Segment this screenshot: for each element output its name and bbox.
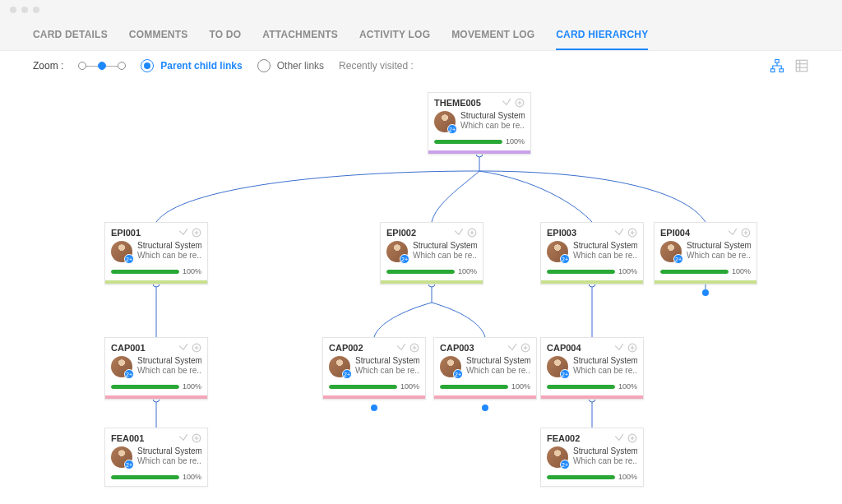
card-cap002[interactable]: CAP002 2+Structural SystemWhich can be r… bbox=[322, 337, 426, 400]
avatar: 2+ bbox=[111, 356, 132, 377]
add-child-icon[interactable] bbox=[192, 228, 201, 238]
progress-pct: 100% bbox=[506, 137, 525, 146]
zoom-step-3[interactable] bbox=[118, 62, 126, 70]
avatar-badge: 2+ bbox=[124, 254, 134, 264]
tree-view-icon[interactable] bbox=[770, 58, 784, 73]
card-id: THEME005 bbox=[434, 98, 481, 108]
add-child-icon[interactable] bbox=[627, 228, 637, 238]
card-text: Structural SystemWhich can be re... bbox=[137, 446, 201, 468]
progress-bar bbox=[386, 270, 455, 274]
card-action-icon[interactable] bbox=[178, 343, 188, 353]
progress-pct: 100% bbox=[732, 267, 751, 275]
card-accent bbox=[323, 395, 425, 399]
zoom-slider[interactable] bbox=[78, 62, 126, 70]
tab-card-details[interactable]: CARD DETAILS bbox=[33, 20, 108, 50]
card-text: Structural SystemWhich can be re... bbox=[137, 356, 201, 377]
progress-pct: 100% bbox=[618, 473, 637, 481]
tab-comments[interactable]: COMMENTS bbox=[129, 20, 188, 50]
tab-todo[interactable]: TO DO bbox=[209, 20, 241, 50]
progress-pct: 100% bbox=[183, 267, 201, 275]
hierarchy-canvas[interactable]: THEME005 2+ Structural System Which can … bbox=[0, 81, 842, 504]
toggle-parent-child-links[interactable]: Parent child links bbox=[141, 59, 242, 72]
card-id: CAP003 bbox=[440, 343, 474, 353]
window-dot bbox=[21, 7, 28, 13]
progress-bar bbox=[547, 270, 615, 274]
avatar: 2+ bbox=[547, 356, 568, 377]
progress-pct: 100% bbox=[618, 267, 637, 275]
avatar: 2+ bbox=[111, 446, 132, 468]
progress-bar bbox=[440, 385, 508, 389]
card-action-icon[interactable] bbox=[507, 343, 517, 353]
add-child-icon[interactable] bbox=[515, 98, 525, 108]
card-fea001[interactable]: FEA001 2+Structural SystemWhich can be r… bbox=[104, 428, 208, 487]
card-text: Structural SystemWhich can be re... bbox=[413, 241, 477, 262]
card-id: EPI004 bbox=[660, 228, 690, 238]
card-id: CAP004 bbox=[547, 343, 581, 353]
card-accent bbox=[434, 395, 536, 399]
leaf-indicator bbox=[702, 289, 709, 296]
card-id: FEA001 bbox=[111, 433, 144, 443]
card-action-icon[interactable] bbox=[614, 228, 624, 238]
add-child-icon[interactable] bbox=[520, 343, 530, 353]
card-epi003[interactable]: EPI003 2+Structural SystemWhich can be r… bbox=[540, 222, 644, 284]
avatar: 2+ bbox=[547, 446, 568, 468]
card-id: CAP001 bbox=[111, 343, 146, 353]
card-accent bbox=[105, 280, 207, 284]
card-action-icon[interactable] bbox=[614, 433, 624, 443]
tab-attachments[interactable]: ATTACHMENTS bbox=[262, 20, 338, 50]
card-epi002[interactable]: EPI002 2+Structural SystemWhich can be r… bbox=[380, 222, 483, 284]
add-child-icon[interactable] bbox=[627, 433, 637, 443]
zoom-step-2[interactable] bbox=[98, 62, 106, 70]
tab-bar: CARD DETAILS COMMENTS TO DO ATTACHMENTS … bbox=[0, 20, 842, 51]
card-theme005[interactable]: THEME005 2+ Structural System Which can … bbox=[428, 92, 531, 155]
avatar-badge: 2+ bbox=[124, 460, 134, 469]
svg-rect-3 bbox=[796, 60, 807, 72]
card-action-icon[interactable] bbox=[396, 343, 406, 353]
progress-bar bbox=[547, 385, 615, 389]
card-accent bbox=[428, 150, 530, 154]
add-child-icon[interactable] bbox=[467, 228, 477, 238]
card-id: FEA002 bbox=[547, 433, 580, 443]
card-text: Structural SystemWhich can be re... bbox=[573, 241, 637, 262]
card-action-icon[interactable] bbox=[728, 228, 738, 238]
tab-card-hierarchy[interactable]: CARD HIERARCHY bbox=[556, 20, 648, 50]
avatar-badge: 2+ bbox=[560, 460, 570, 469]
avatar: 2+ bbox=[434, 111, 456, 132]
leaf-indicator bbox=[482, 405, 488, 411]
progress-pct: 100% bbox=[511, 382, 530, 391]
card-action-icon[interactable] bbox=[178, 228, 188, 238]
svg-rect-1 bbox=[771, 69, 775, 72]
card-cap004[interactable]: CAP004 2+Structural SystemWhich can be r… bbox=[540, 337, 644, 400]
zoom-step-1[interactable] bbox=[78, 62, 86, 70]
tab-movement-log[interactable]: MOVEMENT LOG bbox=[451, 20, 534, 50]
card-text: Structural SystemWhich can be re... bbox=[573, 446, 637, 468]
card-epi001[interactable]: EPI001 2+Structural SystemWhich can be r… bbox=[104, 222, 208, 284]
card-action-icon[interactable] bbox=[502, 98, 511, 108]
card-action-icon[interactable] bbox=[454, 228, 464, 238]
add-child-icon[interactable] bbox=[192, 433, 201, 443]
add-child-icon[interactable] bbox=[627, 343, 637, 353]
svg-rect-2 bbox=[780, 69, 784, 72]
avatar-badge: 2+ bbox=[560, 254, 570, 264]
list-view-icon[interactable] bbox=[794, 58, 809, 73]
card-fea002[interactable]: FEA002 2+Structural SystemWhich can be r… bbox=[540, 428, 644, 487]
card-action-icon[interactable] bbox=[178, 433, 188, 443]
progress-pct: 100% bbox=[458, 267, 477, 275]
card-cap003[interactable]: CAP003 2+Structural SystemWhich can be r… bbox=[433, 337, 537, 400]
recently-visited-label: Recently visited : bbox=[339, 60, 414, 72]
avatar-badge: 2+ bbox=[453, 369, 463, 379]
add-child-icon[interactable] bbox=[741, 228, 751, 238]
card-cap001[interactable]: CAP001 2+Structural SystemWhich can be r… bbox=[104, 337, 208, 400]
add-child-icon[interactable] bbox=[409, 343, 419, 353]
add-child-icon[interactable] bbox=[192, 343, 201, 353]
tab-activity-log[interactable]: ACTIVITY LOG bbox=[359, 20, 430, 50]
avatar: 2+ bbox=[440, 356, 461, 377]
card-epi004[interactable]: EPI004 2+Structural SystemWhich can be r… bbox=[654, 222, 757, 284]
card-action-icon[interactable] bbox=[614, 343, 624, 353]
toggle-other-links[interactable]: Other links bbox=[257, 59, 324, 72]
avatar-badge: 2+ bbox=[560, 369, 570, 379]
avatar-badge: 2+ bbox=[400, 254, 409, 264]
progress-bar bbox=[660, 270, 729, 274]
toggle-label: Other links bbox=[277, 60, 324, 72]
card-id: EPI002 bbox=[386, 228, 416, 238]
